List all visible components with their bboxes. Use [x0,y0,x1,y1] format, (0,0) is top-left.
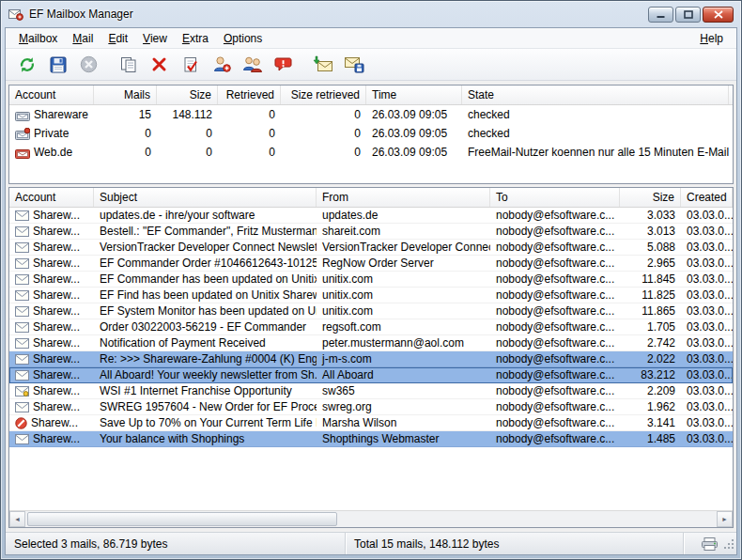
menu-extra[interactable]: Extra [175,29,216,47]
menu-mail[interactable]: Mail [65,29,100,47]
menu-options[interactable]: Options [216,29,270,47]
cell-size_retrieved: 0 [281,146,366,159]
cell-size: 1.962 [620,400,681,413]
client-area: MailboxMailEditViewExtraOptions Help Acc… [5,27,737,555]
cell-from: j-m-s.com [317,352,490,366]
cell-account: Sharew... [9,352,94,366]
menu-mailbox[interactable]: Mailbox [11,29,65,47]
mail-row[interactable]: Sharew...VersionTracker Developer Connec… [9,240,733,256]
add-account-button[interactable] [206,51,237,78]
account-row[interactable]: Web.de000026.03.09 09:05FreeMail-Nutzer … [9,143,733,162]
cell-state: checked [462,108,729,121]
mail-row[interactable]: Sharew...Re: >>> Shareware-Zahlung #0004… [9,351,733,367]
accounts-button[interactable] [237,51,268,78]
column-header-retrieved[interactable]: Retrieved [218,86,281,104]
cell-size: 83.212 [620,368,681,381]
mail-account: Sharew... [33,384,80,397]
cell-from: Shopthings Webmaster [317,432,490,445]
mail-row[interactable]: Sharew...Save Up to 70% on Your Current … [9,415,733,431]
maximize-button[interactable] [675,7,701,23]
column-header-account[interactable]: Account [9,188,94,207]
app-icon [8,8,23,21]
cell-created: 03.03.0... [681,241,733,254]
alert-button[interactable] [268,51,299,78]
mail-row[interactable]: Sharew...Order 03022003-56219 - EF Comma… [9,319,733,335]
column-header-to[interactable]: To [490,188,620,207]
delete-button[interactable] [144,51,175,78]
scroll-thumb[interactable] [27,512,337,526]
scroll-right-button[interactable]: ► [717,511,733,527]
status-selected: Selected 3 mails, 86.719 bytes [6,533,346,554]
resize-grip[interactable] [723,538,735,553]
toolbar [6,49,736,81]
mail-row[interactable]: Sharew...Notification of Payment Receive… [9,335,733,351]
cell-from: swreg.org [317,400,490,413]
save-button[interactable] [42,51,73,78]
cell-subject: EF Find has been updated on Unitix Share… [94,288,317,302]
cell-subject: Save Up to 70% on Your Current Term Life… [94,416,317,429]
cell-from: Marsha Wilson [317,416,490,429]
toolbar-separator [299,52,307,77]
mail-row[interactable]: Sharew...All Aboard! Your weekly newslet… [9,367,733,383]
accounts-panel: AccountMailsSizeRetrievedSize retrievedT… [8,85,734,184]
column-header-size[interactable]: Size [620,188,681,207]
mail-row[interactable]: Sharew...Your balance with ShophingsShop… [9,431,733,447]
mail-account: Sharew... [33,368,80,381]
retrieve-mails-button[interactable] [307,51,338,78]
stop-button[interactable] [73,51,104,78]
cell-to: nobody@efsoftware.c... [490,400,620,413]
cell-to: nobody@efsoftware.c... [490,241,620,254]
mail-icon [15,306,29,317]
cell-created: 03.03.0... [681,304,733,318]
column-header-state[interactable]: State [462,86,729,104]
menu-view[interactable]: View [135,29,175,47]
mail-row[interactable]: Sharew...updates.de - ihre/your software… [9,208,733,224]
column-header-from[interactable]: From [317,188,490,207]
column-header-size-retrieved[interactable]: Size retrieved [281,86,366,104]
mail-row[interactable]: Sharew...SWREG 1957604 - New Order for E… [9,399,733,415]
mail-row[interactable]: Sharew...Bestell.: "EF Commander", Fritz… [9,224,733,240]
cell-account: Sharew... [9,272,94,286]
mail-row[interactable]: Sharew...EF System Monitor has been upda… [9,303,733,319]
check-mail-button[interactable] [175,51,206,78]
account-row[interactable]: Private000026.03.09 09:05checked [9,124,733,143]
mail-account: Sharew... [33,336,80,350]
scroll-track[interactable] [25,511,717,527]
mail-row[interactable]: Sharew...EF Commander Order #1046612643-… [9,256,733,272]
column-header-size[interactable]: Size [157,86,218,104]
status-bar: Selected 3 mails, 86.719 bytes Total 15 … [6,532,736,554]
mail-row[interactable]: Sharew...EF Find has been updated on Uni… [9,288,733,303]
column-header-created[interactable]: Created [681,188,733,207]
horizontal-scrollbar[interactable]: ◄ ► [9,510,733,527]
cell-account: Sharew... [9,320,94,334]
account-row[interactable]: Shareware15148.1120026.03.09 09:05checke… [9,105,733,124]
retrieve-mails-icon [313,55,333,73]
mail-icon [15,370,29,381]
scroll-left-button[interactable]: ◄ [9,511,25,527]
minimize-button[interactable] [648,7,673,23]
refresh-icon [18,55,37,74]
cell-size: 3.033 [620,209,681,222]
column-header-time[interactable]: Time [366,86,462,104]
cell-size: 0 [157,127,218,140]
menu-edit[interactable]: Edit [100,29,135,47]
refresh-button[interactable] [11,51,42,78]
mail-row[interactable]: Sharew...WSI #1 Internet Franchise Oppor… [9,383,733,399]
mail-row[interactable]: Sharew...EF Commander has been updated o… [9,272,733,288]
column-header-subject[interactable]: Subject [94,188,317,207]
account-name: Shareware [34,108,88,121]
cell-account: Web.de [9,146,94,159]
cell-from: shareit.com [317,225,490,238]
title-bar[interactable]: EF Mailbox Manager [1,1,741,27]
column-header-account[interactable]: Account [9,86,94,104]
column-header-mails[interactable]: Mails [94,86,157,104]
cell-account: Sharew... [9,209,94,222]
cell-created: 03.03.0... [681,257,733,270]
copy-button[interactable] [113,51,144,78]
close-button[interactable] [703,7,734,23]
menu-help[interactable]: Help [692,29,731,47]
mail-account: Sharew... [33,241,80,254]
cell-state: FreeMail-Nutzer koennen nur alle 15 Minu… [462,146,729,159]
cell-time: 26.03.09 09:05 [366,127,462,140]
export-mails-button[interactable] [338,51,369,78]
